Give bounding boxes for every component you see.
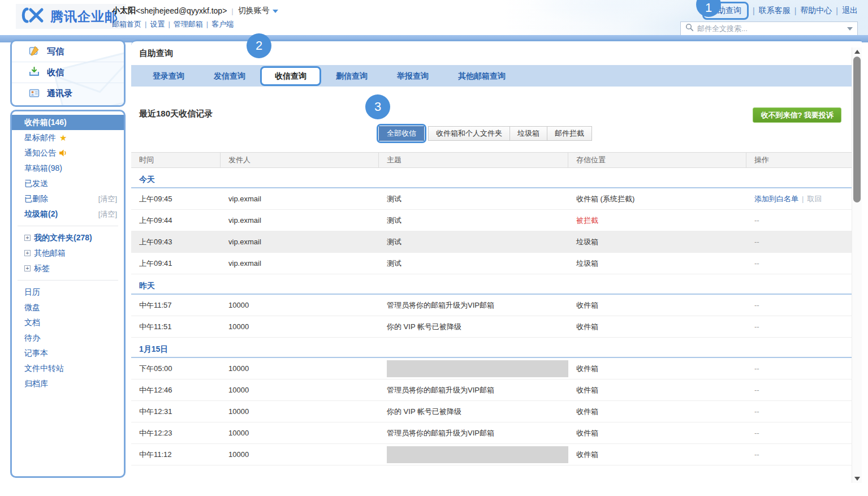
op-none: -- — [754, 301, 759, 309]
page: 腾讯企业邮 小太阳 <shejhejeed@qyyxkf.top> | 切换账号… — [0, 0, 868, 496]
mail-operations: -- — [746, 407, 852, 416]
expand-plus-icon[interactable]: + — [24, 235, 31, 241]
scroll-up-arrow-icon[interactable] — [854, 50, 860, 54]
mail-time: 下午05:00 — [131, 364, 221, 374]
sidebar-app-weidisk[interactable]: 微盘 — [12, 300, 124, 315]
nav-link-settings[interactable]: 设置 — [150, 20, 165, 28]
filter-intercepted[interactable]: 邮件拦截 — [547, 126, 592, 141]
user-name: 小太阳 — [112, 6, 136, 16]
page-title: 自助查询 — [139, 48, 173, 59]
folder-label: 记事本 — [24, 346, 48, 361]
sidebar-folder-drafts[interactable]: 草稿箱(98) — [12, 161, 124, 176]
folder-label: 收件箱(146) — [24, 115, 67, 130]
tab-send-query[interactable]: 发信查询 — [199, 65, 260, 87]
tencent-exmail-logo[interactable]: 腾讯企业邮 — [16, 4, 126, 29]
sidebar-folder-sent[interactable]: 已发送 — [12, 176, 124, 191]
tab-report-query[interactable]: 举报查询 — [382, 65, 443, 87]
nav-link-manage-mailbox[interactable]: 管理邮箱 — [174, 20, 203, 28]
query-tabbar: 登录查询发信查询收信查询删信查询举报查询其他邮箱查询 — [131, 65, 862, 87]
search-input[interactable] — [697, 24, 844, 33]
sidebar-tree-my-folders[interactable]: +我的文件夹(278) — [12, 230, 124, 245]
mail-row: 中午12:2310000管理员将你的邮箱升级为VIP邮箱收件箱-- — [131, 422, 852, 444]
top-link-logout[interactable]: 退出 — [842, 6, 858, 16]
mail-location: 垃圾箱 — [568, 258, 746, 269]
sidebar-folder-deleted[interactable]: 已删除[清空] — [12, 191, 124, 206]
receive-mail-button[interactable]: 收信 — [12, 62, 124, 83]
tab-delete-query[interactable]: 删信查询 — [321, 65, 382, 87]
compose-icon — [29, 45, 40, 58]
sidebar-folder-starred[interactable]: 星标邮件★ — [12, 130, 124, 145]
sidebar-app-calendar[interactable]: 日历 — [12, 284, 124, 300]
sidebar-app-notes[interactable]: 记事本 — [12, 346, 124, 361]
tab-login-query[interactable]: 登录查询 — [138, 65, 199, 87]
folder-left: 草稿箱(98) — [24, 161, 62, 176]
mail-operations: -- — [746, 364, 852, 373]
column-header-location: 存信位置 — [568, 153, 746, 167]
mail-operations: -- — [746, 301, 852, 309]
sidebar-actions-panel: 写信 收信 通讯录 — [10, 40, 126, 107]
mail-subject: 管理员将你的邮箱升级为VIP邮箱 — [379, 300, 568, 310]
nav-link-client[interactable]: 客户端 — [211, 20, 234, 28]
expand-plus-icon[interactable]: + — [24, 265, 31, 271]
empty-folder-action[interactable]: [清空] — [98, 191, 117, 206]
vertical-scrollbar[interactable] — [852, 48, 862, 483]
annotation-step-3: 3 — [365, 94, 390, 119]
sidebar-tree-other-mailboxes[interactable]: +其他邮箱 — [12, 245, 124, 261]
tab-other-mailbox-query[interactable]: 其他邮箱查询 — [443, 65, 520, 87]
top-link-help-center[interactable]: 帮助中心 — [800, 6, 832, 16]
mail-operations: -- — [746, 216, 852, 225]
mail-row: 上午09:45vip.exmail测试收件箱 (系统拦截)添加到白名单|取回 — [131, 188, 852, 210]
folder-label: 微盘 — [24, 300, 40, 315]
search-scope-caret-icon[interactable] — [847, 27, 853, 31]
sidebar-tree-tags[interactable]: +标签 — [12, 261, 124, 276]
sidebar-folder-inbox[interactable]: 收件箱(146) — [12, 115, 124, 130]
sidebar-divider — [18, 226, 118, 226]
mail-search-box[interactable] — [680, 21, 858, 36]
filter-spam[interactable]: 垃圾箱 — [509, 126, 547, 141]
op-none: -- — [754, 429, 759, 437]
empty-folder-action[interactable]: [清空] — [98, 206, 117, 222]
scroll-down-arrow-icon[interactable] — [854, 477, 860, 481]
sidebar-app-docs[interactable]: 文档 — [12, 315, 124, 330]
folder-label: 已发送 — [24, 176, 48, 191]
mail-location: 收件箱 (系统拦截) — [568, 194, 746, 204]
sidebar-folder-announcements[interactable]: 通知公告 — [12, 145, 124, 161]
mail-location: 收件箱 — [568, 407, 746, 417]
switch-account-link[interactable]: 切换账号 — [238, 6, 278, 16]
top-right-links: 自助查询 | 联系客服 | 帮助中心 | 退出 — [702, 1, 858, 21]
tab-receive-query[interactable]: 收信查询 — [260, 66, 321, 86]
sidebar-app-todo[interactable]: 待办 — [12, 330, 124, 346]
filter-all-mail[interactable]: 全部收信 — [379, 126, 424, 141]
mail-time: 上午09:41 — [131, 258, 221, 269]
sidebar-app-file-transfer[interactable]: 文件中转站 — [12, 361, 124, 376]
column-header-subject: 主题 — [379, 153, 568, 167]
filter-inbox-and-personal[interactable]: 收件箱和个人文件夹 — [428, 126, 510, 141]
sidebar-folder-spam[interactable]: 垃圾箱(2)[清空] — [12, 206, 124, 222]
expand-plus-icon[interactable]: + — [24, 250, 31, 256]
mail-row: 上午09:41vip.exmail测试垃圾箱-- — [131, 253, 852, 274]
mail-sender: 10000 — [221, 429, 379, 437]
op-add-to-whitelist-link[interactable]: 添加到白名单 — [754, 195, 798, 203]
scrollbar-thumb[interactable] — [853, 57, 861, 202]
op-none: -- — [754, 364, 759, 373]
folder-label: 待办 — [24, 330, 40, 346]
mail-operations: -- — [746, 386, 852, 394]
contacts-label: 通讯录 — [47, 88, 72, 99]
mail-location: 收件箱 — [568, 300, 746, 310]
compose-label: 写信 — [47, 46, 64, 57]
op-none: -- — [754, 216, 759, 225]
mail-subject: 测试 — [379, 215, 568, 226]
top-link-contact-support[interactable]: 联系客服 — [759, 6, 791, 16]
folder-label: 通知公告 — [24, 145, 56, 161]
mail-time: 中午11:12 — [131, 450, 221, 460]
contacts-icon — [29, 88, 40, 100]
mail-time: 中午11:51 — [131, 322, 221, 332]
nav-link-mail-home[interactable]: 邮箱首页 — [112, 20, 141, 28]
mail-row: 中午12:4610000管理员将你的邮箱升级为VIP邮箱收件箱-- — [131, 379, 852, 401]
exmail-logo-icon — [20, 7, 45, 26]
column-header-time: 时间 — [131, 153, 221, 167]
compose-mail-button[interactable]: 写信 — [12, 41, 124, 62]
sidebar-app-archive[interactable]: 归档库 — [12, 376, 124, 391]
contacts-button[interactable]: 通讯录 — [12, 83, 124, 104]
complaint-button[interactable]: 收不到来信? 我要投诉 — [753, 107, 841, 123]
